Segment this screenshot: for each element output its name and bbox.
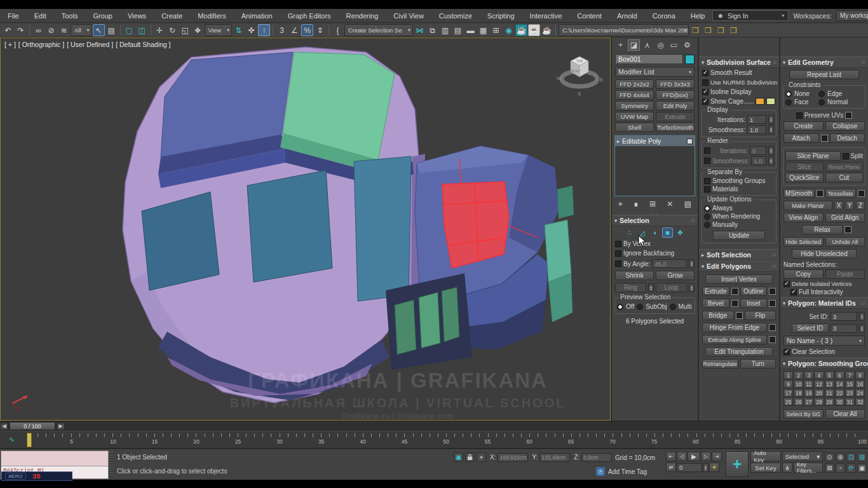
attach-settings-icon[interactable] — [821, 135, 828, 142]
toggle-scene-explorer-icon[interactable]: ▥ — [439, 24, 451, 36]
spinner[interactable]: ▲▼ — [768, 156, 774, 165]
menu-item[interactable]: Content — [569, 9, 609, 23]
smoothing-group-button[interactable]: 13 — [825, 380, 834, 388]
shrink-button[interactable]: Shrink — [615, 271, 654, 280]
smoothing-group-button[interactable]: 22 — [835, 389, 844, 397]
modifier-button[interactable]: FFD 4x4x4 — [615, 90, 654, 100]
select-by-name-icon[interactable]: ▤ — [105, 24, 118, 36]
make-planar-button[interactable]: Make Planar — [783, 201, 832, 210]
modifier-button[interactable]: TurboSmooth — [656, 123, 695, 132]
smoothing-group-button[interactable]: 2 — [794, 371, 803, 379]
render-iterations-checkbox[interactable] — [704, 147, 710, 154]
insert-vertex-button[interactable]: Insert Vertex — [705, 274, 773, 284]
y-coordinate-field[interactable]: 132,49cm — [539, 453, 570, 462]
by-angle-checkbox[interactable] — [615, 261, 621, 267]
object-color-swatch[interactable] — [685, 55, 695, 64]
smoothing-group-button[interactable]: 3 — [804, 371, 813, 379]
edit-polygons-header[interactable]: ▾ Edit Polygons ∷ — [699, 261, 779, 272]
bevel-button[interactable]: Bevel — [702, 299, 729, 308]
select-and-scale-icon[interactable]: ◱ — [179, 24, 191, 36]
tessellate-button[interactable]: Tessellate — [825, 189, 857, 198]
menu-item[interactable]: Help — [683, 9, 713, 23]
isolate-selection-icon[interactable]: ▣ — [454, 452, 463, 462]
smoothing-group-button[interactable]: 24 — [855, 389, 865, 397]
edit-geometry-header[interactable]: ▾ Edit Geometry ∷ — [780, 57, 868, 68]
auto-key-button[interactable]: Auto Key — [750, 451, 781, 461]
toggle-layer-explorer-icon[interactable]: ▤ — [452, 24, 464, 36]
smoothing-group-button[interactable]: 16 — [855, 380, 865, 388]
zoom-all-icon[interactable]: ⊕ — [836, 452, 845, 462]
edit-named-selection-sets-icon[interactable]: { — [332, 24, 344, 36]
soft-selection-header[interactable]: ▸ Soft Selection ∷ — [699, 249, 779, 261]
slice-plane-button[interactable]: Slice Plane — [785, 151, 841, 161]
smoothing-group-button[interactable]: 32 — [855, 398, 865, 406]
play-icon[interactable]: ▶ — [688, 452, 700, 461]
turn-button[interactable]: Turn — [740, 359, 776, 369]
modifier-button[interactable]: Symmetry — [615, 101, 654, 111]
menu-item[interactable]: Civil View — [386, 9, 431, 23]
flip-button[interactable]: Flip — [745, 311, 776, 320]
render-iterations-field[interactable]: 0 — [750, 146, 766, 155]
constraint-face-radio[interactable] — [785, 99, 792, 105]
ignore-backfacing-checkbox[interactable] — [615, 250, 621, 257]
go-to-start-icon[interactable]: ⇤ — [666, 452, 676, 461]
smoothing-group-button[interactable]: 25 — [783, 398, 793, 406]
smoothing-group-button[interactable]: 28 — [814, 398, 824, 406]
pin-stack-icon[interactable]: ⌖ — [618, 200, 623, 208]
render-setup-icon[interactable]: ☕ — [515, 24, 527, 36]
smoothing-group-button[interactable]: 19 — [804, 389, 813, 397]
modifier-button[interactable]: FFD 3x3x3 — [656, 79, 695, 89]
msmooth-settings-icon[interactable] — [817, 190, 824, 197]
bridge-settings-icon[interactable] — [736, 312, 743, 319]
full-interactivity-checkbox[interactable] — [790, 289, 797, 295]
menu-item[interactable]: Tools — [54, 9, 86, 23]
smoothing-group-button[interactable]: 31 — [845, 398, 855, 406]
menu-item[interactable]: Customize — [431, 9, 480, 23]
retriangulate-button[interactable]: Retriangulate — [702, 359, 738, 369]
snaps-toggle-icon[interactable]: 3 — [276, 24, 288, 36]
smoothing-groups-checkbox[interactable] — [704, 178, 710, 184]
collapse-button[interactable]: Collapse — [825, 121, 865, 131]
absolute-offset-toggle-icon[interactable]: ⌖ — [477, 452, 486, 462]
detach-button[interactable]: Detach — [830, 133, 865, 143]
key-filters-button[interactable]: Key Filters... — [794, 463, 823, 473]
extrude-along-spline-settings-icon[interactable] — [769, 336, 776, 343]
preserve-uvs-checkbox[interactable] — [796, 112, 803, 119]
viewport-label-segment[interactable]: [ Default Shading ] — [116, 41, 170, 48]
undo-icon[interactable]: ↶ — [2, 24, 14, 36]
modifier-button[interactable]: UVW Map — [615, 112, 654, 121]
smoothing-group-button[interactable]: 30 — [835, 398, 844, 406]
copy-button[interactable]: Copy — [783, 269, 824, 279]
smoothing-group-button[interactable]: 1 — [783, 371, 793, 379]
outline-button[interactable]: Outline — [740, 287, 768, 296]
selection-lock-icon[interactable] — [465, 452, 475, 462]
menu-item[interactable]: Arnold — [609, 9, 645, 23]
modifier-list-dropdown[interactable]: Modifier List ▾ — [615, 67, 695, 77]
inset-settings-icon[interactable] — [769, 300, 776, 307]
reference-coordinate-dropdown[interactable]: View — [205, 24, 232, 36]
smoothing-group-button[interactable]: 27 — [804, 398, 813, 406]
percent-snap-icon[interactable]: % — [301, 24, 313, 36]
menu-item[interactable]: File — [0, 9, 27, 23]
spinner[interactable]: ▲▼ — [703, 463, 709, 472]
go-to-end-icon[interactable]: ⇥ — [712, 452, 722, 461]
hide-selected-button[interactable]: Hide Selected — [783, 237, 824, 247]
vertex-mode-icon[interactable]: ∴ — [624, 227, 635, 238]
smoothing-group-button[interactable]: 4 — [814, 371, 824, 379]
constraint-normal-radio[interactable] — [818, 99, 825, 105]
show-end-result-icon[interactable]: ∎ — [634, 200, 639, 208]
spinner[interactable]: ▲▼ — [768, 146, 774, 155]
material-editor-icon[interactable]: ◉ — [503, 24, 515, 36]
set-key-button[interactable]: Set Key — [750, 463, 781, 473]
modifier-button[interactable]: FFD(box) — [656, 90, 695, 100]
polygon-mode-icon[interactable]: ■ — [662, 227, 673, 238]
smoothing-group-button[interactable]: 7 — [845, 371, 855, 379]
preview-off-radio[interactable] — [617, 304, 623, 310]
bind-to-space-warp-icon[interactable]: ≋ — [58, 24, 70, 36]
smoothing-group-button[interactable]: 29 — [825, 398, 834, 406]
stack-item-editable-poly[interactable]: ▸ Editable Poly — [615, 136, 695, 146]
smoothing-group-button[interactable]: 6 — [835, 371, 844, 379]
subdivision-surface-header[interactable]: ▾ Subdivision Surface ∷ — [699, 57, 779, 68]
render-production-icon[interactable]: ☕ — [541, 24, 553, 36]
next-frame-icon[interactable]: ▷ — [701, 452, 711, 461]
